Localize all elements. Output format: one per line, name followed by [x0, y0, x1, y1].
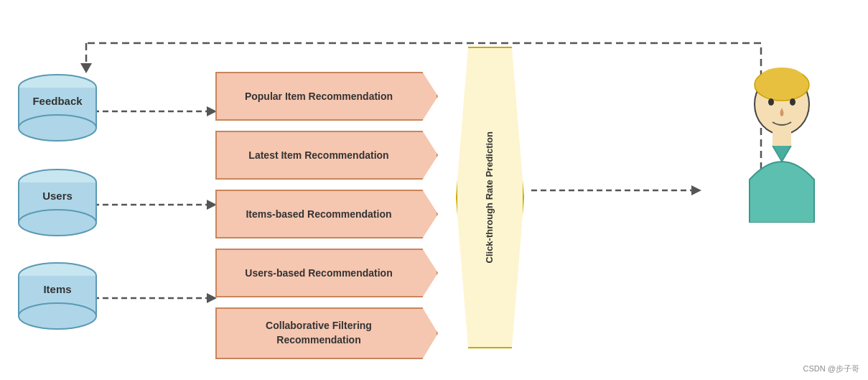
feedback-db-label: Feedback — [14, 95, 101, 107]
collaborative-rec-box: Collaborative FilteringRecommendation — [215, 307, 438, 359]
svg-marker-8 — [207, 293, 217, 303]
feedback-db-wrapper: Feedback — [14, 72, 101, 144]
latest-rec-box: Latest Item Recommendation — [215, 131, 438, 180]
svg-marker-6 — [207, 200, 217, 210]
items-db-label: Items — [14, 283, 101, 295]
popular-rec-box: Popular Item Recommendation — [215, 72, 438, 121]
svg-point-15 — [19, 115, 96, 141]
svg-rect-31 — [773, 131, 791, 146]
svg-marker-10 — [691, 185, 701, 195]
svg-point-29 — [768, 98, 774, 106]
ctr-panel: Click-through Rate Prediction — [456, 47, 524, 348]
popular-rec-label: Popular Item Recommendation — [245, 91, 393, 102]
items-based-rec-label: Items-based Recommendation — [246, 208, 391, 220]
svg-point-28 — [760, 68, 803, 88]
users-db-wrapper: Users — [14, 167, 101, 238]
ctr-label: Click-through Rate Prediction — [483, 124, 496, 270]
diagram-container: Feedback Users Items Popular Item Recomm… — [0, 0, 868, 380]
items-based-rec-box: Items-based Recommendation — [215, 190, 438, 238]
users-based-rec-label: Users-based Recommendation — [245, 267, 392, 279]
users-based-rec-box: Users-based Recommendation — [215, 249, 438, 297]
watermark: CSDN @步子哥 — [803, 363, 859, 374]
person-avatar — [735, 65, 829, 223]
items-db-wrapper: Items — [14, 260, 101, 332]
users-db-label: Users — [14, 190, 101, 202]
items-db-icon — [14, 260, 101, 332]
users-db-icon — [14, 167, 101, 238]
svg-point-25 — [19, 303, 96, 329]
latest-rec-label: Latest Item Recommendation — [248, 149, 388, 161]
svg-point-20 — [19, 210, 96, 236]
svg-marker-4 — [207, 106, 217, 116]
svg-point-30 — [790, 98, 795, 106]
feedback-db-icon — [14, 72, 101, 144]
collaborative-rec-label: Collaborative FilteringRecommendation — [266, 319, 372, 347]
